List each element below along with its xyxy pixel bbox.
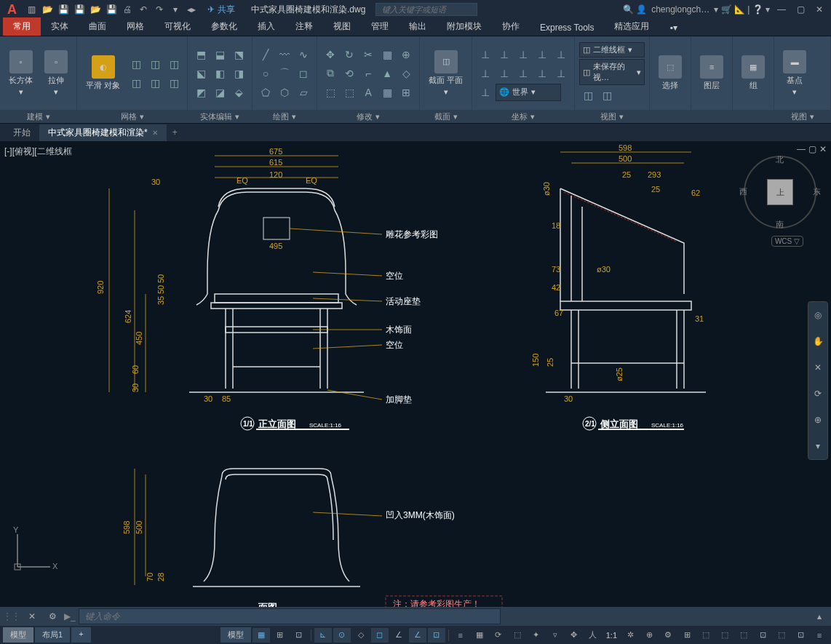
mesh-btn[interactable]: ◫ xyxy=(127,55,145,73)
redo-icon[interactable]: ↷ xyxy=(152,2,167,17)
tab-mesh[interactable]: 网格 xyxy=(116,17,154,36)
drawing-viewport[interactable]: [-][俯视][二维线框 — ▢ ✕ 上 北 南 东 西 WCS ▽ ◎ ✋ ✕… xyxy=(0,141,831,607)
share-button[interactable]: ✈ 共享 xyxy=(202,4,241,16)
infer-icon[interactable]: ⊡ xyxy=(290,628,308,643)
tab-annotate[interactable]: 注释 xyxy=(285,17,323,36)
close-icon[interactable]: ✕ xyxy=(152,129,158,137)
orbit-icon[interactable]: ⟳ xyxy=(808,381,827,407)
save-icon[interactable]: 💾 xyxy=(56,2,71,17)
user-account[interactable]: 🔍 👤 chenglongch… ▾ 🛒 📐 | ❔ ▾ xyxy=(623,4,770,15)
command-input[interactable] xyxy=(79,608,501,624)
ortho-icon[interactable]: ⊾ xyxy=(314,628,332,643)
panel-title[interactable]: 建模 ▾ xyxy=(0,110,76,123)
tab-home[interactable]: 常用 xyxy=(3,17,41,36)
customize-icon[interactable]: ≡ xyxy=(811,628,828,643)
cycling-icon[interactable]: ⟳ xyxy=(490,628,507,643)
annoadd-icon[interactable]: ⊕ xyxy=(640,628,658,643)
transparency-icon[interactable]: ▦ xyxy=(471,628,488,643)
gizmo2-icon[interactable]: ✥ xyxy=(565,628,583,643)
polar-icon[interactable]: ⊙ xyxy=(333,628,351,643)
section-plane-button[interactable]: ◫截面 平面▾ xyxy=(424,49,467,98)
filter-icon[interactable]: ▿ xyxy=(546,628,564,643)
app-logo[interactable]: A xyxy=(3,2,21,17)
help-search-input[interactable] xyxy=(375,3,477,16)
tab-surface[interactable]: 曲面 xyxy=(79,17,116,36)
qat-more-icon[interactable]: ▾ xyxy=(168,2,183,17)
tab-parametric[interactable]: 参数化 xyxy=(201,17,247,36)
box-button[interactable]: ▫长方体▾ xyxy=(4,49,37,98)
new-icon[interactable]: ▥ xyxy=(24,2,39,17)
monitor-icon[interactable]: ⊞ xyxy=(678,628,696,643)
tab-express[interactable]: Express Tools xyxy=(530,20,604,36)
gizmo-icon[interactable]: ✦ xyxy=(528,628,545,643)
vp-close-icon[interactable]: ✕ xyxy=(819,144,827,154)
qprops-icon[interactable]: ⬚ xyxy=(716,628,733,643)
undo-icon[interactable]: ↶ xyxy=(136,2,151,17)
tab-addins[interactable]: 附加模块 xyxy=(437,17,492,36)
tab-insert[interactable]: 插入 xyxy=(247,17,285,36)
close-icon[interactable]: ✕ xyxy=(811,2,828,17)
select-button[interactable]: ⬚选择 xyxy=(654,54,686,92)
annovis-icon[interactable]: ✲ xyxy=(621,628,639,643)
annoscale-icon[interactable]: 人 xyxy=(584,628,602,643)
maximize-icon[interactable]: ▢ xyxy=(792,2,809,17)
extrude-button[interactable]: ▫拉伸▾ xyxy=(40,49,72,98)
tab-app-icon[interactable]: ▪▾ xyxy=(659,20,687,36)
iso-icon[interactable]: ◇ xyxy=(352,628,370,643)
cmd-handle-icon[interactable]: ⋮⋮ xyxy=(3,611,20,621)
open-icon[interactable]: 📂 xyxy=(40,2,55,17)
cmd-options-icon[interactable]: ⚙ xyxy=(44,609,61,624)
full-nav-icon[interactable]: ◎ xyxy=(808,302,827,328)
ucs-combo[interactable]: 🌐 世界 ▾ xyxy=(496,84,561,101)
nav-more-icon[interactable]: ▾ xyxy=(808,433,827,459)
dyn-icon[interactable]: ⊡ xyxy=(428,628,445,643)
add-tab-icon[interactable]: + xyxy=(167,127,183,138)
3dosnap-icon[interactable]: ∠ xyxy=(390,628,407,643)
otrack-icon[interactable]: ∠ xyxy=(409,628,426,643)
modelspace-button[interactable]: 模型 xyxy=(220,627,251,643)
grid-icon[interactable]: ▦ xyxy=(253,628,270,643)
web-save-icon[interactable]: 💾 xyxy=(104,2,119,17)
smooth-button[interactable]: ◐平滑 对象 xyxy=(81,54,124,92)
showmotion-icon[interactable]: ⊕ xyxy=(808,407,827,433)
hwaccel-icon[interactable]: ⬚ xyxy=(773,628,790,643)
base-view-button[interactable]: ▬基点▾ xyxy=(779,49,811,98)
tab-output[interactable]: 输出 xyxy=(399,17,437,36)
3dprint-icon[interactable]: ⬚ xyxy=(509,628,526,643)
layer-button[interactable]: ≡图层 xyxy=(696,54,728,92)
qat-nav-icon[interactable]: ◂▸ xyxy=(184,2,199,17)
tab-solid[interactable]: 实体 xyxy=(41,17,79,36)
units-icon[interactable]: ⬚ xyxy=(697,628,715,643)
ucs-icon[interactable]: Y X xyxy=(10,527,61,578)
workspace-icon[interactable]: ⚙ xyxy=(659,628,677,643)
plot-icon[interactable]: 🖨 xyxy=(120,2,135,17)
view-combo[interactable]: ◫ 未保存的视… ▾ xyxy=(579,59,645,85)
cmd-expand-icon[interactable]: ▴ xyxy=(811,609,828,624)
group-button[interactable]: ▦组 xyxy=(737,54,769,92)
model-tab[interactable]: 模型 xyxy=(3,627,33,643)
osnap-icon[interactable]: ◻ xyxy=(371,628,389,643)
minimize-icon[interactable]: — xyxy=(773,2,790,17)
lineweight-icon[interactable]: ≡ xyxy=(452,628,469,643)
tab-collab[interactable]: 协作 xyxy=(492,17,530,36)
doc-tab-file[interactable]: 中式家具圈椅建模和渲染*✕ xyxy=(39,124,167,141)
vp-max-icon[interactable]: ▢ xyxy=(808,144,816,154)
saveas-icon[interactable]: 💾 xyxy=(72,2,87,17)
lock-icon[interactable]: ⬚ xyxy=(735,628,752,643)
tab-visualize[interactable]: 可视化 xyxy=(154,17,201,36)
cleanscreen-icon[interactable]: ⊡ xyxy=(792,628,809,643)
snap-icon[interactable]: ⊞ xyxy=(271,628,289,643)
web-open-icon[interactable]: 📂 xyxy=(88,2,103,17)
isolate-icon[interactable]: ⊡ xyxy=(754,628,771,643)
tab-view[interactable]: 视图 xyxy=(323,17,361,36)
pan-icon[interactable]: ✋ xyxy=(808,328,827,354)
visual-style-combo[interactable]: ◫ 二维线框 ▾ xyxy=(579,42,645,57)
tab-manage[interactable]: 管理 xyxy=(361,17,399,36)
doc-tab-start[interactable]: 开始 xyxy=(4,124,39,141)
add-layout-icon[interactable]: + xyxy=(71,627,90,643)
scale-display[interactable]: 1:1 xyxy=(603,631,620,640)
cmd-close-icon[interactable]: ✕ xyxy=(23,609,41,624)
tab-featured[interactable]: 精选应用 xyxy=(604,17,659,36)
layout-tab[interactable]: 布局1 xyxy=(35,627,70,643)
zoom-icon[interactable]: ✕ xyxy=(808,354,827,381)
